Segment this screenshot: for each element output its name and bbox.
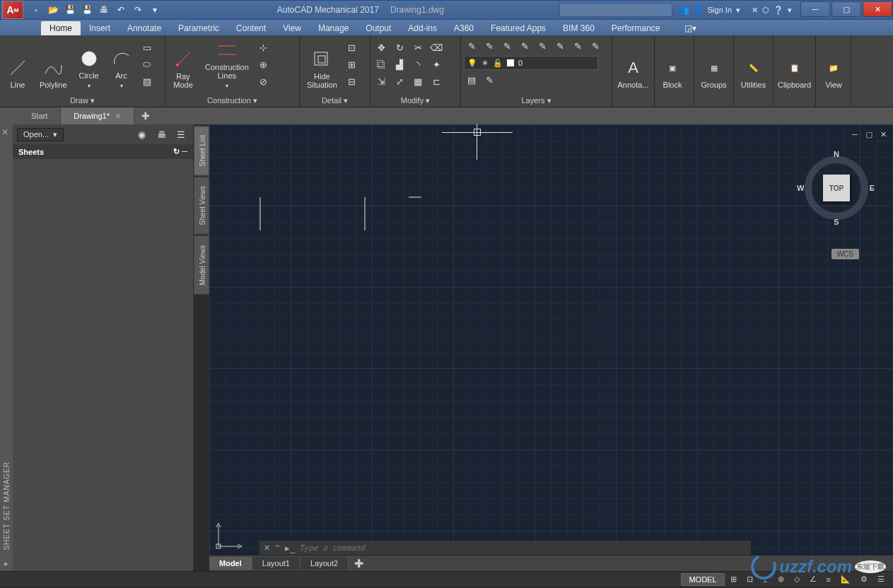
fillet-icon[interactable]: ◝ [410, 57, 426, 72]
panel-detail-title[interactable]: Detail ▾ [303, 95, 367, 107]
polyline-button[interactable]: Polyline [35, 38, 71, 92]
minimize-button[interactable]: ─ [800, 1, 830, 17]
qat-new-icon[interactable]: ▫ [29, 3, 43, 17]
const-tool2-icon[interactable]: ⊕ [256, 57, 272, 72]
array-icon[interactable]: ▦ [410, 74, 426, 89]
command-input[interactable] [299, 543, 747, 553]
qat-redo-icon[interactable]: ↷ [131, 3, 145, 17]
circle-button[interactable]: Circle▾ [74, 38, 104, 92]
close-button[interactable]: ✕ [863, 1, 892, 17]
arc-button[interactable]: Arc▾ [107, 38, 136, 92]
layer-tool4-icon[interactable]: ✎ [517, 38, 532, 54]
side-tab-sheetviews[interactable]: Sheet Views [194, 177, 209, 234]
tab-performance[interactable]: Performance [603, 21, 669, 35]
annotation-button[interactable]: AAnnota... [615, 38, 651, 92]
panel-layers-title[interactable]: Layers ▾ [464, 95, 609, 107]
signin-dropdown-icon[interactable]: ▾ [736, 6, 740, 15]
drawing-canvas[interactable]: ─ ▢ ✕ N S E W TOP WCS ✕ ⌃ ▸_ Model Layou… [209, 124, 893, 571]
rectangle-icon[interactable]: ▭ [139, 40, 155, 55]
panel-close-icon[interactable]: ✕ [1, 127, 8, 137]
collapse-icon[interactable]: ─ [182, 147, 187, 155]
canvas-max-icon[interactable]: ▢ [863, 129, 875, 140]
hatch-icon[interactable]: ▨ [139, 74, 155, 89]
viewcube-east[interactable]: E [870, 184, 875, 192]
erase-icon[interactable]: ⌫ [428, 40, 444, 55]
tab-bim360[interactable]: BIM 360 [554, 21, 603, 35]
panel-draw-title[interactable]: Draw ▾ [3, 95, 162, 107]
share-icon[interactable]: ⬡ [762, 6, 769, 15]
side-tab-sheetlist[interactable]: Sheet List [194, 126, 209, 175]
sheets-section-header[interactable]: Sheets ↻ ─ [13, 144, 193, 159]
sheet-open-dropdown[interactable]: Open...▾ [17, 128, 64, 141]
layer-prop-icon[interactable]: ▤ [464, 72, 479, 88]
layer-tool5-icon[interactable]: ✎ [535, 38, 550, 54]
rotate-icon[interactable]: ↻ [392, 40, 407, 55]
layout-tab-layout1[interactable]: Layout1 [252, 557, 300, 570]
tab-insert[interactable]: Insert [81, 21, 119, 35]
layer-match-icon[interactable]: ✎ [481, 72, 497, 88]
cmdline-recent-icon[interactable]: ⌃ [274, 543, 281, 553]
sheet-new-icon[interactable]: ◉ [134, 127, 149, 142]
wcs-badge[interactable]: WCS [831, 249, 859, 259]
doc-tab-start[interactable]: Start [18, 107, 61, 124]
tab-output[interactable]: Output [357, 21, 399, 35]
trim-icon[interactable]: ✂ [410, 40, 426, 55]
block-button[interactable]: ▣Block [658, 38, 687, 92]
stretch-icon[interactable]: ⇲ [373, 74, 389, 89]
ellipse-icon[interactable]: ⬭ [139, 57, 155, 72]
infocenter-icon[interactable]: 👥 [679, 6, 689, 15]
mirror-icon[interactable]: ▟ [392, 57, 407, 72]
detail-tool2-icon[interactable]: ⊞ [344, 57, 360, 72]
doc-tab-close-icon[interactable]: ✕ [115, 112, 121, 120]
explode-icon[interactable]: ✦ [428, 57, 444, 72]
constlines-button[interactable]: Construction Lines▾ [201, 38, 253, 92]
line-button[interactable]: Line [3, 38, 33, 92]
search-input[interactable] [559, 3, 672, 17]
layout-tab-model[interactable]: Model [209, 557, 252, 570]
tab-annotate[interactable]: Annotate [119, 21, 170, 35]
utilities-button[interactable]: 📏Utilities [737, 38, 770, 92]
qat-dropdown-icon[interactable]: ▾ [148, 3, 162, 17]
status-grid-icon[interactable]: ⊞ [726, 573, 741, 585]
raymode-button[interactable]: Ray Mode [168, 38, 198, 92]
tab-home[interactable]: Home [41, 21, 81, 35]
qat-save-icon[interactable]: 💾 [63, 3, 77, 17]
layer-tool2-icon[interactable]: ✎ [481, 38, 497, 54]
viewcube-west[interactable]: W [797, 184, 804, 192]
qat-undo-icon[interactable]: ↶ [114, 3, 128, 17]
offset-icon[interactable]: ⊏ [428, 74, 444, 89]
layer-tool8-icon[interactable]: ✎ [588, 38, 603, 54]
tab-manage[interactable]: Manage [310, 21, 357, 35]
groups-button[interactable]: ▦Groups [697, 38, 730, 92]
scale-icon[interactable]: ⤢ [392, 74, 407, 89]
qat-print-icon[interactable]: 🖶 [97, 3, 111, 17]
side-tab-modelviews[interactable]: Model Views [194, 236, 209, 295]
viewcube-south[interactable]: S [834, 218, 839, 226]
const-tool3-icon[interactable]: ⊘ [256, 74, 272, 89]
tab-a360[interactable]: A360 [445, 21, 482, 35]
layer-tool7-icon[interactable]: ✎ [570, 38, 585, 54]
layer-tool1-icon[interactable]: ✎ [464, 38, 479, 54]
detail-tool3-icon[interactable]: ⊟ [344, 74, 360, 89]
cmdline-close-icon[interactable]: ✕ [264, 543, 270, 553]
doc-tab-add-button[interactable]: ✚ [134, 107, 157, 124]
clipboard-button[interactable]: 📋Clipboard [776, 38, 812, 92]
viewcube-north[interactable]: N [834, 150, 839, 158]
app-logo[interactable]: AM [2, 1, 23, 19]
refresh-icon[interactable]: ↻ [173, 147, 180, 155]
view-cube[interactable]: N S E W TOP [801, 153, 872, 223]
tab-parametric[interactable]: Parametric [170, 21, 228, 35]
tab-featured[interactable]: Featured Apps [482, 21, 554, 35]
detail-tool1-icon[interactable]: ⊡ [344, 40, 360, 55]
copy-icon[interactable]: ⿻ [373, 57, 389, 72]
layout-tab-add[interactable]: ✚ [349, 555, 369, 572]
status-model-button[interactable]: MODEL [681, 573, 724, 586]
view-button[interactable]: 📁View [819, 38, 848, 92]
canvas-close-icon[interactable]: ✕ [877, 129, 889, 140]
doc-tab-drawing1[interactable]: Drawing1*✕ [61, 107, 134, 124]
tab-addins[interactable]: Add-ins [399, 21, 445, 35]
const-tool1-icon[interactable]: ⊹ [256, 40, 272, 55]
panel-pin-icon[interactable]: ▸ [1, 556, 11, 571]
help-dropdown-icon[interactable]: ▾ [788, 6, 792, 15]
layer-tool6-icon[interactable]: ✎ [552, 38, 568, 54]
